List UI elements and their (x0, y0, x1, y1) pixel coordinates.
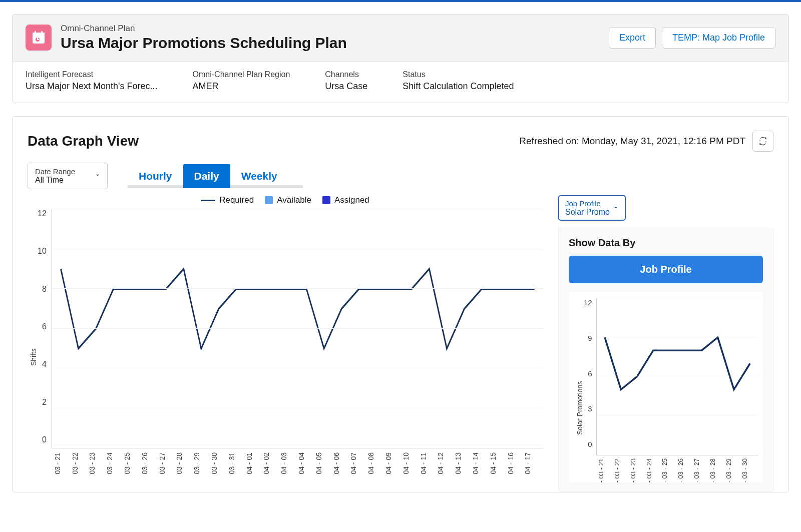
legend-required: Required (219, 195, 254, 205)
chart-legend: Required Available Assigned (28, 195, 543, 205)
detail-region-value: AMER (193, 81, 290, 92)
chevron-down-icon (94, 172, 101, 181)
y-axis-ticks: 121086420 (38, 209, 52, 444)
job-profile-button[interactable]: Job Profile (569, 256, 763, 283)
svg-rect-6 (41, 31, 43, 34)
date-range-value: All Time (35, 176, 87, 185)
job-profile-dropdown[interactable]: Job Profile Solar Promo (558, 195, 626, 221)
panel-title: Data Graph View (28, 133, 139, 149)
refresh-button[interactable] (752, 131, 773, 152)
show-data-by-title: Show Data By (569, 237, 763, 249)
detail-channels-label: Channels (325, 70, 367, 79)
chevron-down-icon (613, 204, 619, 213)
job-profile-label: Job Profile (565, 199, 610, 208)
svg-rect-5 (35, 31, 36, 34)
x-axis-ticks: 03 - 2103 - 2203 - 2303 - 2403 - 2503 - … (52, 448, 543, 474)
mini-y-axis-label: Solar Promotions (574, 298, 584, 482)
job-profile-value: Solar Promo (565, 208, 610, 217)
svg-rect-1 (33, 33, 45, 36)
export-button[interactable]: Export (609, 27, 656, 49)
date-range-dropdown[interactable]: Date Range All Time (28, 163, 108, 189)
refreshed-on-text: Refreshed on: Monday, May 31, 2021, 12:1… (519, 136, 745, 147)
detail-forecast-value: Ursa Major Next Month's Forec... (26, 81, 158, 92)
tab-weekly[interactable]: Weekly (230, 164, 288, 188)
detail-status-value: Shift Calculation Completed (403, 81, 514, 92)
legend-available: Available (277, 195, 311, 205)
tab-hourly[interactable]: Hourly (128, 164, 183, 188)
refresh-icon (758, 136, 768, 146)
mini-y-ticks: 129630 (584, 298, 596, 448)
header-card: Omni-Channel Plan Ursa Major Promotions … (12, 14, 789, 103)
legend-assigned: Assigned (334, 195, 369, 205)
page-title: Ursa Major Promotions Scheduling Plan (61, 35, 347, 52)
granularity-tabs: Hourly Daily Weekly (128, 164, 303, 188)
detail-forecast-label: Intelligent Forecast (26, 70, 158, 79)
detail-status-label: Status (403, 70, 514, 79)
map-job-profile-button[interactable]: TEMP: Map Job Profile (662, 27, 775, 49)
chart-plot-area (52, 209, 543, 448)
data-graph-panel: Data Graph View Refreshed on: Monday, Ma… (12, 116, 789, 492)
detail-channels-value: Ursa Case (325, 81, 367, 92)
calendar-icon (26, 25, 52, 51)
main-chart: Required Available Assigned Shifts 12108… (28, 195, 543, 492)
mini-plot-area (596, 298, 758, 455)
tab-daily[interactable]: Daily (183, 164, 230, 188)
mini-chart: Solar Promotions 129630 - 03 - 21- 03 - … (569, 292, 763, 482)
svg-rect-4 (37, 39, 39, 40)
date-range-label: Date Range (35, 167, 87, 176)
mini-x-ticks: - 03 - 21- 03 - 22- 03 - 23- 03 - 24- 03… (596, 455, 758, 482)
detail-region-label: Omni-Channel Plan Region (193, 70, 290, 79)
page-subtitle: Omni-Channel Plan (61, 24, 347, 34)
y-axis-label: Shifts (28, 209, 38, 474)
